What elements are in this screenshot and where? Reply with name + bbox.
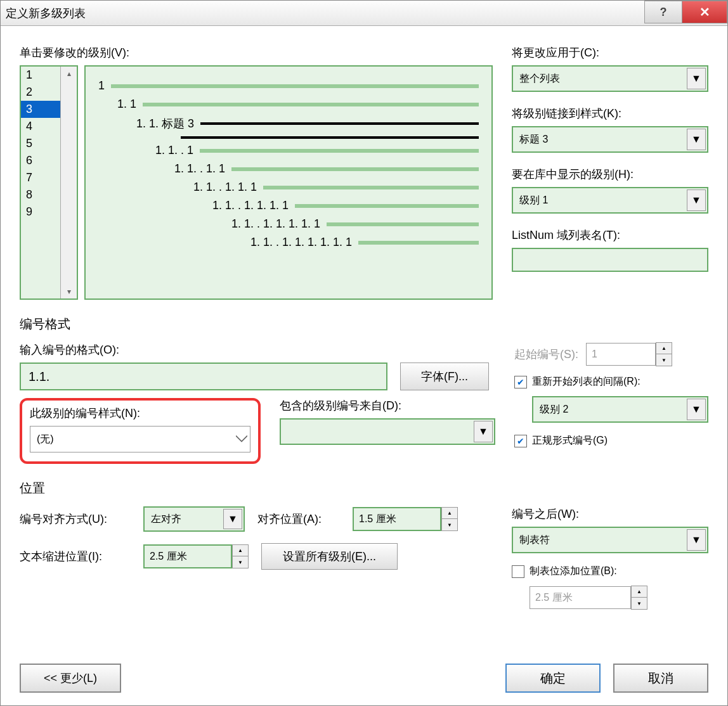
include-from-label: 包含的级别编号来自(D): xyxy=(280,398,495,413)
spin-down-icon[interactable]: ▼ xyxy=(442,519,457,530)
listnum-input[interactable] xyxy=(512,248,708,272)
level-item-3[interactable]: 3 xyxy=(21,101,60,118)
spin-up-icon[interactable]: ▲ xyxy=(442,508,457,519)
restart-label: 重新开始列表的间隔(R): xyxy=(532,375,640,388)
preview-row: 1. 1. . 1. 1. 1. 1 xyxy=(98,199,479,212)
spin-up-icon[interactable]: ▲ xyxy=(656,343,672,354)
spin-up-icon[interactable]: ▲ xyxy=(233,545,248,556)
level-item-8[interactable]: 8 xyxy=(21,186,60,203)
level-item-7[interactable]: 7 xyxy=(21,169,60,186)
set-all-levels-button[interactable]: 设置所有级别(E)... xyxy=(261,543,398,570)
number-style-value: (无) xyxy=(37,433,54,446)
format-input[interactable]: 1.1. xyxy=(20,363,387,390)
alignment-label: 编号对齐方式(U): xyxy=(20,511,131,527)
restart-level-dropdown[interactable]: 级别 2 ▼ xyxy=(532,396,708,423)
apply-to-label: 将更改应用于(C): xyxy=(512,45,708,60)
font-button[interactable]: 字体(F)... xyxy=(400,363,489,390)
level-scrollbar[interactable]: ▴ ▾ xyxy=(60,67,77,298)
dropdown-arrow-icon xyxy=(236,435,247,443)
dropdown-arrow-icon: ▼ xyxy=(687,399,706,420)
preview-row: 1. 1. . 1. 1. 1. 1. 1. 1 xyxy=(98,236,479,249)
dropdown-arrow-icon: ▼ xyxy=(687,529,706,551)
tab-stop-checkbox[interactable] xyxy=(512,565,524,578)
level-item-2[interactable]: 2 xyxy=(21,84,60,101)
spin-down-icon[interactable]: ▼ xyxy=(632,598,647,609)
listnum-label: ListNum 域列表名(T): xyxy=(512,228,708,243)
start-at-label: 起始编号(S): xyxy=(514,347,578,362)
preview-row: 1. 1 xyxy=(98,98,479,111)
titlebar-controls: ? ✕ xyxy=(645,1,727,23)
dialog-window: 定义新多级列表 ? ✕ 单击要修改的级别(V): 123456789 ▴ ▾ 1… xyxy=(0,0,728,706)
preview-row: 1. 1. . 1. 1. 1 xyxy=(98,181,479,194)
start-at-spinner[interactable]: 1 ▲▼ xyxy=(586,342,672,366)
dropdown-arrow-icon: ▼ xyxy=(687,68,706,89)
aligned-at-spinner[interactable]: 1.5 厘米 ▲▼ xyxy=(353,507,458,531)
tab-stop-label: 制表位添加位置(B): xyxy=(530,565,617,578)
click-level-label: 单击要修改的级别(V): xyxy=(20,45,493,60)
close-button[interactable]: ✕ xyxy=(682,1,727,23)
less-button[interactable]: << 更少(L) xyxy=(20,664,121,693)
dropdown-arrow-icon: ▼ xyxy=(687,189,706,211)
ok-button[interactable]: 确定 xyxy=(505,664,601,693)
text-indent-label: 文本缩进位置(I): xyxy=(20,549,131,564)
apply-to-dropdown[interactable]: 整个列表 ▼ xyxy=(512,65,708,92)
legal-label: 正规形式编号(G) xyxy=(532,434,608,447)
dropdown-arrow-icon: ▼ xyxy=(223,509,242,529)
level-item-6[interactable]: 6 xyxy=(21,152,60,169)
aligned-at-label: 对齐位置(A): xyxy=(257,511,340,527)
scroll-up-icon: ▴ xyxy=(67,69,71,78)
level-item-9[interactable]: 9 xyxy=(21,203,60,221)
level-item-1[interactable]: 1 xyxy=(21,67,60,84)
preview-row: 1. 1. . 1 xyxy=(98,144,479,157)
number-style-dropdown[interactable]: (无) xyxy=(30,426,250,452)
gallery-value: 级别 1 xyxy=(519,194,548,207)
follow-number-label: 编号之后(W): xyxy=(512,506,708,522)
scroll-down-icon: ▾ xyxy=(67,287,71,296)
include-from-dropdown[interactable]: ▼ xyxy=(280,418,495,445)
link-style-dropdown[interactable]: 标题 3 ▼ xyxy=(512,126,708,153)
cancel-button[interactable]: 取消 xyxy=(613,664,708,693)
dialog-content: 单击要修改的级别(V): 123456789 ▴ ▾ 11. 11. 1. 标题… xyxy=(1,26,727,705)
preview-row: 1 xyxy=(98,79,479,93)
position-section-title: 位置 xyxy=(20,480,708,497)
preview-row: 1. 1. . 1. 1. 1. 1. 1 xyxy=(98,217,479,231)
preview-row: 1. 1. 标题 3 xyxy=(98,116,479,131)
restart-level-value: 级别 2 xyxy=(540,403,568,416)
apply-to-value: 整个列表 xyxy=(519,72,560,86)
spin-down-icon[interactable]: ▼ xyxy=(656,354,672,366)
dropdown-arrow-icon: ▼ xyxy=(687,129,706,150)
spin-down-icon[interactable]: ▼ xyxy=(233,556,248,568)
gallery-label: 要在库中显示的级别(H): xyxy=(512,167,708,182)
spin-up-icon[interactable]: ▲ xyxy=(632,586,647,598)
legal-checkbox[interactable]: ✔ xyxy=(514,435,527,447)
level-item-4[interactable]: 4 xyxy=(21,118,60,135)
follow-number-dropdown[interactable]: 制表符 ▼ xyxy=(512,527,708,553)
preview-pane: 11. 11. 1. 标题 31. 1. . 11. 1. . 1. 11. 1… xyxy=(84,65,493,300)
titlebar: 定义新多级列表 ? ✕ xyxy=(1,1,727,26)
link-style-value: 标题 3 xyxy=(519,133,548,146)
level-listbox[interactable]: 123456789 ▴ ▾ xyxy=(20,65,78,300)
enter-format-label: 输入编号的格式(O): xyxy=(20,342,495,357)
number-style-highlight: 此级别的编号样式(N): (无) xyxy=(20,398,261,464)
dropdown-arrow-icon: ▼ xyxy=(474,421,493,442)
text-indent-spinner[interactable]: 2.5 厘米 ▲▼ xyxy=(143,544,249,568)
restart-checkbox[interactable]: ✔ xyxy=(514,376,527,388)
link-style-label: 将级别链接到样式(K): xyxy=(512,106,708,121)
window-title: 定义新多级列表 xyxy=(6,6,86,21)
tab-stop-spinner[interactable]: 2.5 厘米 ▲▼ xyxy=(530,586,708,610)
number-style-label: 此级别的编号样式(N): xyxy=(30,406,250,421)
help-button[interactable]: ? xyxy=(644,1,682,23)
preview-row: 1. 1. . 1. 1 xyxy=(98,162,479,176)
format-section-title: 编号格式 xyxy=(20,316,708,333)
alignment-dropdown[interactable]: 左对齐 ▼ xyxy=(143,506,245,532)
gallery-dropdown[interactable]: 级别 1 ▼ xyxy=(512,187,708,214)
level-item-5[interactable]: 5 xyxy=(21,135,60,152)
